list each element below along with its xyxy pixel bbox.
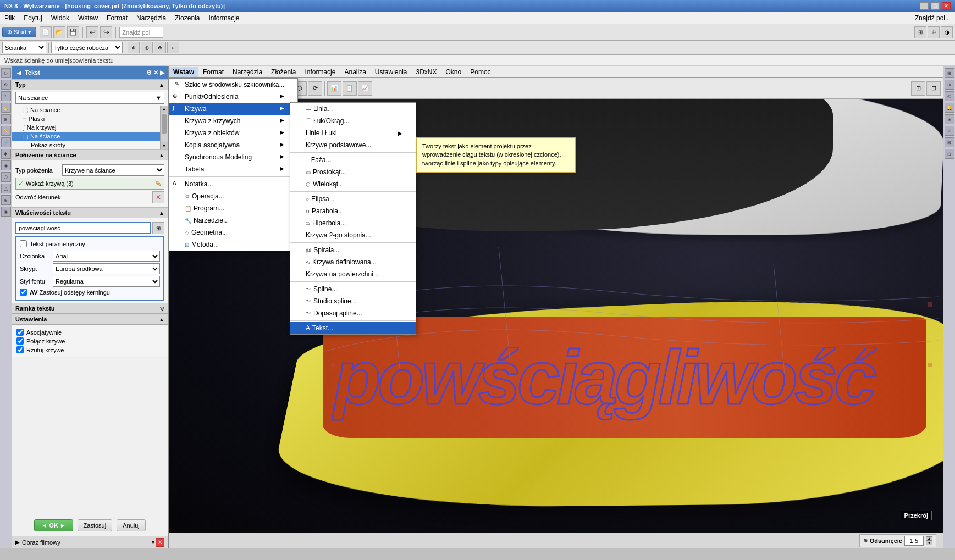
menu-wstaw[interactable]: Wstaw xyxy=(74,13,102,23)
nx2-pomoc[interactable]: Pomoc xyxy=(466,67,495,77)
nx2-ustawienia[interactable]: Ustawienia xyxy=(371,67,412,77)
rs-icon-4[interactable]: 🔔 xyxy=(945,103,954,113)
typ-polozenia-select[interactable]: Krzywe na ściance xyxy=(62,164,164,176)
toolbar-select-scianka[interactable]: Ścianka xyxy=(2,42,46,53)
toolbar-select-robocza[interactable]: Tylko część robocza xyxy=(51,42,123,53)
parametric-checkbox[interactable] xyxy=(20,240,27,247)
ods-spinner-up[interactable]: ▲ ▼ xyxy=(926,536,932,545)
ks-krzywepodst[interactable]: Krzywe podstawowe... xyxy=(290,139,416,151)
wstaw-metoda[interactable]: ⊞Metoda... xyxy=(169,239,297,251)
strip-icon-9[interactable]: ◈ xyxy=(1,160,11,170)
ok-button[interactable]: ◄ OK ► xyxy=(34,519,73,531)
menu-plik[interactable]: Plik xyxy=(0,13,19,23)
rs-icon-8[interactable]: ⊡ xyxy=(945,149,954,159)
tb2-b2[interactable]: ◎ xyxy=(141,42,153,53)
tb2-b1[interactable]: ⊕ xyxy=(128,42,140,53)
kern-checkbox[interactable] xyxy=(20,289,27,296)
tb-redo[interactable]: ↪ xyxy=(100,26,112,38)
tb2-b3[interactable]: ⊗ xyxy=(154,42,166,53)
tb-r3[interactable]: ◑ xyxy=(941,26,953,38)
menu-format[interactable]: Format xyxy=(102,13,132,23)
text-input-btn[interactable]: ⊞ xyxy=(152,222,164,234)
strip-icon-10[interactable]: ⬡ xyxy=(1,172,11,182)
ks-linia[interactable]: —Linia... xyxy=(290,103,416,115)
nx2-tb-r1[interactable]: ⊡ xyxy=(911,81,925,96)
cancel-button[interactable]: Anuluj xyxy=(117,519,146,531)
typ-item-nakrzywej[interactable]: ∫Na krzywej xyxy=(12,123,160,132)
typ-dropdown[interactable]: Na ściance ▼ xyxy=(15,92,164,104)
czcionka-select[interactable]: Arial xyxy=(53,251,160,262)
wstaw-szkic[interactable]: ✎ Szkic w środowisku szkicownika... xyxy=(169,79,297,91)
nx2-tb9[interactable]: 📈 xyxy=(358,81,372,96)
ks-hiperbola[interactable]: ⊃Hiperbola... xyxy=(290,217,416,229)
strip-icon-2[interactable]: ⚙ xyxy=(1,80,11,90)
close-btn[interactable]: ✕ xyxy=(942,2,951,10)
strip-icon-13[interactable]: ◉ xyxy=(1,207,11,217)
ks-prostokat[interactable]: ▭Prostokąt... xyxy=(290,166,416,178)
rs-icon-7[interactable]: ⊟ xyxy=(945,137,954,147)
typ-item-nasciance-selected[interactable]: ⬚Na ściance xyxy=(12,132,160,141)
scroll-down-btn[interactable]: ▼ xyxy=(161,142,168,149)
ks-faza[interactable]: ⌐Faża... xyxy=(290,154,416,166)
minimize-btn[interactable]: _ xyxy=(920,2,929,10)
ks-parabola[interactable]: ∪Parabola... xyxy=(290,205,416,217)
typ-section-header[interactable]: Typ ▲ xyxy=(12,79,168,90)
ustawienia-section-header[interactable]: Ustawienia ▲ xyxy=(12,314,168,325)
menu-informacje[interactable]: Informacje xyxy=(204,13,244,23)
nx2-analiza[interactable]: Analiza xyxy=(340,67,370,77)
rs-icon-6[interactable]: ☆ xyxy=(945,126,954,136)
ks-krzywanap[interactable]: Krzywa na powierzchni... xyxy=(290,268,416,280)
nx2-tb7[interactable]: 📊 xyxy=(327,81,341,96)
tb-r2[interactable]: ⊕ xyxy=(928,26,940,38)
dialog-settings-icon[interactable]: ⚙ xyxy=(146,69,152,76)
skrypt-select[interactable]: Europa środkowa xyxy=(53,263,160,274)
strip-icon-5[interactable]: ⊞ xyxy=(1,114,11,124)
rs-icon-3[interactable]: ◎ xyxy=(945,91,954,101)
tb2-b4[interactable]: ○ xyxy=(167,42,179,53)
dialog-expand-icon[interactable]: ▶ xyxy=(160,69,164,76)
ks-spirala[interactable]: @Spirala... xyxy=(290,244,416,256)
apply-button[interactable]: Zastosuj xyxy=(78,519,113,531)
strip-icon-11[interactable]: △ xyxy=(1,184,11,193)
scroll-thumb[interactable] xyxy=(162,114,167,134)
ks-spline[interactable]: 〜Spline... xyxy=(290,283,416,295)
ramka-section-header[interactable]: Ramka tekstu ▽ xyxy=(12,303,168,314)
nx2-narzedzia[interactable]: Narzędzia xyxy=(228,67,267,77)
nx2-okno[interactable]: Okno xyxy=(441,67,466,77)
wstaw-krzywao[interactable]: Krzywa z obiektów ▶ xyxy=(169,127,297,139)
nx2-tb8[interactable]: 📋 xyxy=(343,81,357,96)
wstaw-krzywaz[interactable]: Krzywa z krzywych ▶ xyxy=(169,115,297,127)
nx2-tb-r2[interactable]: ⊟ xyxy=(926,81,941,96)
ks-wielokat[interactable]: ⬡Wielokąt... xyxy=(290,178,416,190)
strip-icon-7[interactable]: 🔗 xyxy=(1,137,11,147)
typ-item-pokaz[interactable]: …Pokaż skróty xyxy=(12,141,160,149)
nx2-informacje[interactable]: Informacje xyxy=(300,67,340,77)
filmowy-dropdown[interactable]: ▾ xyxy=(152,539,154,545)
wstaw-narzedzie[interactable]: 🔧Narzędzie... xyxy=(169,214,297,226)
menu-widok[interactable]: Widok xyxy=(47,13,74,23)
start-btn[interactable]: ⊕ Start ▾ xyxy=(2,27,36,37)
typ-list-scrollbar[interactable]: ▲ ▼ xyxy=(160,106,168,149)
strip-icon-4[interactable]: 📐 xyxy=(1,103,11,113)
filmowy-close-btn[interactable]: ✕ xyxy=(156,538,164,547)
dialog-back-btn[interactable]: ◄ xyxy=(15,69,23,77)
strip-icon-12[interactable]: ⊕ xyxy=(1,195,11,205)
wstaw-tabela[interactable]: Tabela ▶ xyxy=(169,163,297,175)
menu-edytuj[interactable]: Edytuj xyxy=(19,13,46,23)
strip-icon-1[interactable]: ▷ xyxy=(1,68,11,78)
rzutuj-checkbox[interactable] xyxy=(16,346,24,353)
nx2-tb6[interactable]: ⟳ xyxy=(308,81,322,96)
tb-find-input[interactable]: Znajdź pol xyxy=(119,27,163,38)
typ-item-plaski[interactable]: ≡Płaski xyxy=(12,114,160,123)
ks-elipsa[interactable]: ○Elipsa... xyxy=(290,193,416,205)
tb-undo[interactable]: ↩ xyxy=(86,26,98,38)
strip-icon-6[interactable]: 📏 xyxy=(1,126,11,136)
wstaw-geometria[interactable]: ◇Geometria... xyxy=(169,226,297,239)
ks-krzywa2go[interactable]: Krzywa 2-go stopnia... xyxy=(290,229,416,241)
wstaw-program[interactable]: 📋Program... xyxy=(169,202,297,214)
wstaw-operacja[interactable]: ⚙Operacja... xyxy=(169,190,297,202)
asocjatywnie-checkbox[interactable] xyxy=(16,329,24,336)
wlasciwosci-section-header[interactable]: Właściwości tekstu ▲ xyxy=(12,207,168,218)
ks-krzywadefw[interactable]: ∿Krzywa definiowana... xyxy=(290,256,416,268)
styl-select[interactable]: Regularna xyxy=(53,276,160,287)
